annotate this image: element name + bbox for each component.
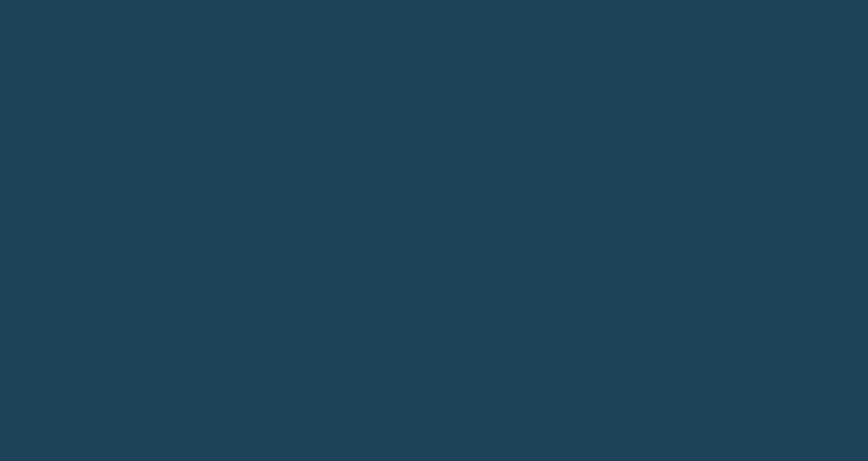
- page-wrapper: [0, 0, 868, 461]
